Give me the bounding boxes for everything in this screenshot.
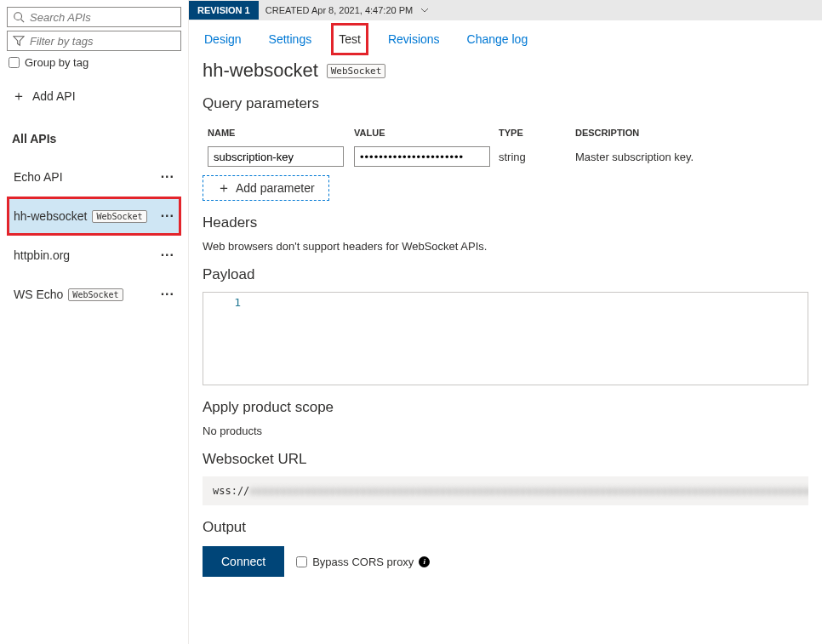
revision-created-text: CREATED Apr 8, 2021, 4:47:20 PM: [265, 5, 413, 15]
payload-editor[interactable]: 1: [203, 292, 808, 385]
api-item-httpbin[interactable]: httpbin.org ···: [7, 236, 181, 275]
line-numbers: 1: [203, 293, 251, 385]
group-by-tag-label: Group by tag: [25, 56, 88, 69]
param-row: string Master subscription key.: [203, 145, 808, 168]
bypass-cors-checkbox[interactable]: Bypass CORS proxy i: [296, 556, 430, 568]
filter-icon: [13, 35, 25, 47]
more-icon[interactable]: ···: [161, 169, 174, 185]
tab-test[interactable]: Test: [337, 29, 362, 49]
more-icon[interactable]: ···: [161, 248, 174, 263]
section-product-scope: Apply product scope: [203, 399, 808, 416]
param-name-input[interactable]: [208, 146, 344, 167]
tab-settings[interactable]: Settings: [267, 29, 314, 49]
content: hh-websocket WebSocket Query parameters …: [189, 56, 822, 644]
params-header: NAME VALUE TYPE DESCRIPTION: [203, 121, 808, 145]
bypass-cors-label: Bypass CORS proxy: [312, 556, 414, 568]
filter-tags-input[interactable]: [30, 35, 175, 48]
api-item-label: WS Echo: [14, 288, 63, 301]
more-icon[interactable]: ···: [161, 287, 174, 302]
ws-url-prefix: wss://: [213, 485, 249, 497]
api-item-label: httpbin.org: [14, 248, 70, 262]
info-icon[interactable]: i: [419, 556, 430, 567]
tab-design[interactable]: Design: [203, 29, 243, 49]
col-value: VALUE: [354, 128, 499, 138]
api-item-ws-echo[interactable]: WS Echo WebSocket ···: [7, 275, 181, 314]
add-api-label: Add API: [32, 89, 76, 103]
add-api-button[interactable]: ＋ Add API: [7, 83, 181, 110]
ws-url-blurred: xxxxxxxxxxxxxxxxxxxxxxxxxxxxxxxxxxxxxxxx…: [249, 485, 808, 497]
headers-info: Web browsers don't support headers for W…: [203, 240, 808, 253]
tab-revisions[interactable]: Revisions: [386, 29, 442, 49]
revision-created-dropdown[interactable]: CREATED Apr 8, 2021, 4:47:20 PM: [265, 5, 430, 15]
params-table: NAME VALUE TYPE DESCRIPTION string Maste…: [203, 121, 808, 201]
chevron-down-icon: [420, 5, 430, 15]
more-icon[interactable]: ···: [161, 208, 174, 224]
group-by-tag-checkbox-input[interactable]: [9, 57, 20, 68]
add-parameter-button[interactable]: ＋ Add parameter: [203, 175, 329, 201]
all-apis-header[interactable]: All APIs: [7, 125, 181, 152]
main-panel: REVISION 1 CREATED Apr 8, 2021, 4:47:20 …: [189, 0, 822, 644]
tabs: Design Settings Test Revisions Change lo…: [189, 20, 822, 56]
search-apis-input-wrapper[interactable]: [7, 7, 181, 27]
col-name: NAME: [203, 128, 354, 138]
search-icon: [13, 11, 25, 23]
sidebar: Group by tag ＋ Add API All APIs Echo API…: [0, 0, 189, 644]
revision-badge: REVISION 1: [189, 1, 259, 20]
api-item-hh-websocket[interactable]: hh-websocket WebSocket ···: [7, 197, 181, 236]
param-desc: Master subscription key.: [575, 151, 808, 163]
bypass-cors-checkbox-input[interactable]: [296, 556, 307, 567]
group-by-tag-checkbox[interactable]: Group by tag: [9, 56, 180, 69]
col-desc: DESCRIPTION: [575, 128, 808, 138]
section-ws-url: Websocket URL: [203, 451, 808, 468]
section-query-params: Query parameters: [203, 95, 808, 112]
no-products: No products: [203, 425, 808, 437]
svg-marker-2: [14, 37, 24, 46]
connect-button[interactable]: Connect: [203, 546, 284, 577]
api-item-echo[interactable]: Echo API ···: [7, 157, 181, 197]
plus-icon: ＋: [12, 89, 26, 103]
section-output: Output: [203, 519, 808, 536]
filter-tags-input-wrapper[interactable]: [7, 31, 181, 51]
plus-icon: ＋: [217, 181, 231, 195]
col-type: TYPE: [499, 128, 575, 138]
revision-bar: REVISION 1 CREATED Apr 8, 2021, 4:47:20 …: [189, 0, 822, 20]
websocket-badge: WebSocket: [327, 64, 386, 78]
websocket-badge: WebSocket: [68, 288, 123, 301]
api-item-label: hh-websocket: [14, 209, 87, 223]
param-type: string: [499, 151, 575, 163]
api-item-label: Echo API: [14, 170, 63, 184]
page-title: hh-websocket WebSocket: [203, 60, 808, 82]
search-apis-input[interactable]: [30, 11, 175, 24]
svg-point-0: [14, 13, 22, 20]
payload-text-area[interactable]: [251, 293, 808, 385]
page-title-text: hh-websocket: [203, 60, 318, 82]
connect-row: Connect Bypass CORS proxy i: [203, 546, 808, 577]
section-headers: Headers: [203, 214, 808, 231]
websocket-badge: WebSocket: [92, 210, 146, 223]
param-value-input[interactable]: [354, 146, 490, 167]
svg-line-1: [21, 20, 25, 23]
section-payload: Payload: [203, 266, 808, 283]
ws-url-box[interactable]: wss://xxxxxxxxxxxxxxxxxxxxxxxxxxxxxxxxxx…: [203, 476, 808, 505]
add-parameter-label: Add parameter: [236, 181, 315, 195]
tab-changelog[interactable]: Change log: [465, 29, 530, 49]
